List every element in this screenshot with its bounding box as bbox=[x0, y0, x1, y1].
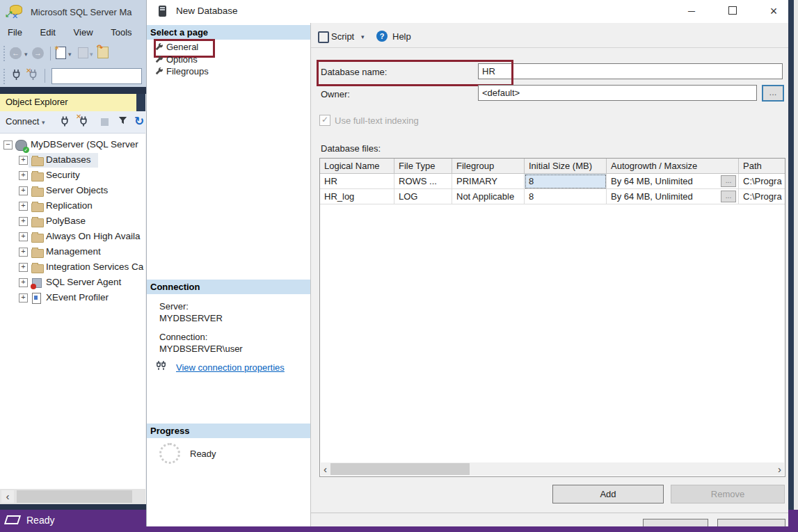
expand-icon[interactable]: + bbox=[19, 248, 28, 257]
ok-button-partial[interactable] bbox=[643, 519, 708, 526]
cell-initial-size[interactable]: 8 bbox=[525, 189, 607, 204]
toolbar-separator bbox=[50, 47, 51, 61]
plug-icon[interactable] bbox=[11, 69, 22, 83]
database-server-icon bbox=[159, 6, 166, 17]
connect-label: Connect bbox=[6, 116, 39, 127]
cell-autogrowth[interactable]: By 64 MB, Unlimited... bbox=[607, 189, 739, 204]
tree-row-alwayson[interactable]: + Always On High Availa bbox=[0, 229, 145, 245]
new-query-icon[interactable]: ✶ bbox=[56, 47, 66, 59]
tree-row-security[interactable]: + Security bbox=[0, 168, 145, 184]
expand-icon[interactable]: + bbox=[19, 186, 28, 195]
connect-button[interactable]: Connect ▾ bbox=[6, 116, 45, 127]
cell-path[interactable]: C:\Progra bbox=[739, 174, 785, 189]
tree-row-sql-agent[interactable]: + SQL Server Agent bbox=[0, 275, 145, 291]
wrench-icon bbox=[154, 55, 163, 64]
column-header-file-type[interactable]: File Type bbox=[394, 159, 452, 174]
add-button[interactable]: Add bbox=[552, 485, 664, 503]
tree-row-server-objects[interactable]: + Server Objects bbox=[0, 184, 145, 199]
grid-horizontal-scrollbar[interactable]: ‹ › bbox=[321, 462, 784, 476]
help-button[interactable]: Help bbox=[392, 31, 411, 42]
new-query-dropdown-icon[interactable]: ▾ bbox=[68, 51, 72, 58]
cell-path[interactable]: C:\Progra bbox=[739, 189, 785, 204]
expand-icon[interactable]: + bbox=[19, 217, 28, 226]
open-dropdown-icon[interactable]: ▾ bbox=[90, 51, 93, 58]
expand-icon[interactable]: + bbox=[19, 202, 28, 211]
cell-initial-size-selected[interactable]: 8 bbox=[525, 174, 607, 189]
minimize-button[interactable]: ─ bbox=[678, 1, 705, 21]
cell-file-type[interactable]: ROWS ... bbox=[394, 174, 452, 189]
script-button[interactable]: Script bbox=[331, 31, 354, 42]
tree-row-xevent[interactable]: + XEvent Profiler bbox=[0, 291, 145, 306]
close-button[interactable]: × bbox=[760, 1, 787, 21]
owner-input[interactable]: <default> bbox=[478, 85, 757, 101]
back-dropdown-icon[interactable]: ▾ bbox=[24, 51, 28, 58]
cell-filegroup[interactable]: Not Applicable bbox=[452, 189, 525, 204]
plug-x-icon[interactable]: ✕ bbox=[28, 69, 38, 83]
fulltext-checkbox[interactable]: ✓ bbox=[319, 115, 330, 126]
toolbar-grip[interactable] bbox=[3, 46, 5, 61]
stop-icon-disabled[interactable] bbox=[101, 118, 109, 126]
autogrowth-browse-button[interactable]: ... bbox=[721, 175, 736, 187]
column-header-autogrowth[interactable]: Autogrowth / Maxsize bbox=[607, 159, 739, 174]
filter-icon[interactable] bbox=[118, 115, 128, 128]
tree-row-replication[interactable]: + Replication bbox=[0, 199, 145, 214]
scroll-left-icon[interactable]: ‹ bbox=[1, 490, 14, 503]
oe-disconnect-plug-icon[interactable]: ✕ bbox=[79, 115, 88, 129]
expand-icon[interactable]: + bbox=[19, 278, 28, 287]
toolbar-grip[interactable] bbox=[3, 69, 5, 84]
cell-filegroup[interactable]: PRIMARY bbox=[452, 174, 525, 189]
oe-connect-plug-icon[interactable] bbox=[60, 115, 70, 129]
object-explorer-titlebar[interactable]: Object Explorer bbox=[0, 94, 136, 111]
back-button-icon[interactable]: ← bbox=[10, 47, 22, 59]
screen: ⤢ ✕ Microsoft SQL Server Ma File Edit Vi… bbox=[0, 0, 798, 532]
forward-button-icon[interactable]: → bbox=[32, 47, 44, 59]
collapse-icon[interactable]: − bbox=[3, 140, 13, 150]
cancel-button-partial[interactable] bbox=[717, 519, 785, 526]
expand-icon[interactable]: + bbox=[19, 171, 28, 180]
tree-row-polybase[interactable]: + PolyBase bbox=[0, 214, 145, 229]
cell-logical-name[interactable]: HR bbox=[320, 174, 394, 189]
page-item-options[interactable]: Options bbox=[166, 54, 198, 65]
database-combobox[interactable] bbox=[51, 68, 142, 84]
page-item-filegroups[interactable]: Filegroups bbox=[166, 66, 209, 76]
column-header-filegroup[interactable]: Filegroup bbox=[452, 159, 525, 174]
cell-autogrowth[interactable]: By 64 MB, Unlimited... bbox=[607, 174, 739, 189]
help-icon[interactable]: ? bbox=[376, 31, 388, 42]
script-dropdown-icon[interactable]: ▾ bbox=[361, 33, 365, 40]
save-icon[interactable]: ↷ bbox=[97, 47, 109, 58]
explorer-horizontal-scrollbar[interactable]: ‹ bbox=[0, 489, 145, 504]
menu-view[interactable]: View bbox=[66, 24, 101, 42]
tree-row-server[interactable]: − MyDBServer (SQL Server bbox=[0, 138, 145, 153]
menu-file[interactable]: File bbox=[0, 24, 30, 42]
cell-file-type[interactable]: LOG bbox=[394, 189, 452, 204]
scroll-left-icon[interactable]: ‹ bbox=[321, 463, 330, 475]
tree-label-server: MyDBServer (SQL Server bbox=[31, 139, 138, 150]
menu-tools[interactable]: Tools bbox=[103, 24, 139, 42]
view-connection-properties-link[interactable]: View connection properties bbox=[176, 362, 285, 373]
open-file-icon-disabled[interactable] bbox=[78, 47, 88, 58]
tree-label-alwayson: Always On High Availa bbox=[46, 231, 141, 241]
remove-button[interactable]: Remove bbox=[671, 485, 785, 503]
maximize-button[interactable] bbox=[719, 1, 746, 21]
column-header-path[interactable]: Path bbox=[739, 159, 785, 174]
cell-logical-name[interactable]: HR_log bbox=[320, 189, 394, 204]
expand-icon[interactable]: + bbox=[19, 232, 28, 241]
column-header-logical-name[interactable]: Logical Name bbox=[320, 159, 394, 174]
owner-browse-button[interactable]: ... bbox=[762, 85, 784, 102]
tree-row-databases[interactable]: + Databases bbox=[0, 153, 145, 168]
tree-row-management[interactable]: + Management bbox=[0, 245, 145, 260]
autogrowth-browse-button[interactable]: ... bbox=[721, 191, 736, 202]
expand-icon[interactable]: + bbox=[19, 263, 28, 272]
main-window-title: Microsoft SQL Server Ma bbox=[31, 7, 142, 17]
dialog-titlebar[interactable]: New Database ─ × bbox=[147, 0, 788, 23]
scrollbar-thumb[interactable] bbox=[17, 490, 132, 503]
menu-edit[interactable]: Edit bbox=[33, 24, 63, 42]
column-header-initial-size[interactable]: Initial Size (MB) bbox=[525, 159, 607, 174]
expand-icon[interactable]: + bbox=[19, 293, 28, 303]
tree-row-integration-services[interactable]: + Integration Services Ca bbox=[0, 260, 145, 275]
refresh-icon[interactable]: ↻ bbox=[134, 114, 144, 129]
expand-icon[interactable]: + bbox=[19, 156, 28, 165]
scroll-right-icon[interactable]: › bbox=[775, 463, 784, 475]
database-name-input[interactable]: HR bbox=[478, 63, 783, 79]
scrollbar-thumb[interactable] bbox=[330, 463, 470, 475]
